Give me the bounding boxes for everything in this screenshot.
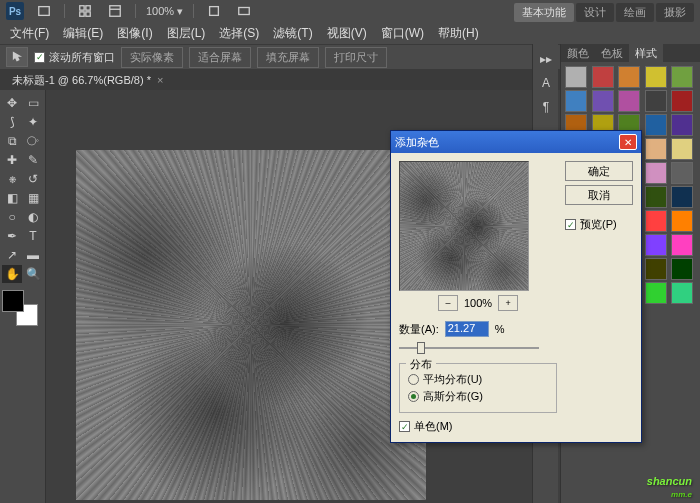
style-swatch[interactable] (565, 90, 587, 112)
scroll-all-windows-check[interactable]: ✓滚动所有窗口 (34, 50, 115, 65)
menu-edit[interactable]: 编辑(E) (57, 23, 109, 44)
crop-tool[interactable]: ⧉ (2, 132, 22, 150)
dialog-preview[interactable] (399, 161, 529, 291)
gradient-tool[interactable]: ▦ (23, 189, 43, 207)
workspace-tab[interactable]: 绘画 (616, 3, 654, 22)
marquee-tool[interactable]: ▭ (23, 94, 43, 112)
panel-tab-color[interactable]: 颜色 (561, 44, 595, 62)
style-swatch[interactable] (671, 186, 693, 208)
slider-thumb[interactable] (417, 342, 425, 354)
hand-tool[interactable]: ✋ (2, 265, 22, 283)
menu-select[interactable]: 选择(S) (213, 23, 265, 44)
style-swatch[interactable] (671, 282, 693, 304)
style-swatch[interactable] (645, 162, 667, 184)
brush-tool[interactable]: ✎ (23, 151, 43, 169)
style-swatch[interactable] (671, 114, 693, 136)
paragraph-panel-icon[interactable]: ¶ (535, 96, 557, 118)
character-panel-icon[interactable]: A (535, 72, 557, 94)
eraser-tool[interactable]: ◧ (2, 189, 22, 207)
workspace-tab[interactable]: 设计 (576, 3, 614, 22)
gaussian-radio[interactable]: 高斯分布(G) (408, 389, 548, 404)
style-swatch[interactable] (618, 90, 640, 112)
zoom-out-button[interactable]: – (438, 295, 458, 311)
pen-tool[interactable]: ✒ (2, 227, 22, 245)
amount-input[interactable]: 21.27 (445, 321, 489, 337)
style-swatch[interactable] (671, 66, 693, 88)
menu-layer[interactable]: 图层(L) (161, 23, 212, 44)
menu-window[interactable]: 窗口(W) (375, 23, 430, 44)
style-swatch[interactable] (618, 66, 640, 88)
bridge-icon[interactable] (34, 3, 54, 19)
uniform-radio[interactable]: 平均分布(U) (408, 372, 548, 387)
workspace-tab[interactable]: 摄影 (656, 3, 694, 22)
ok-button[interactable]: 确定 (565, 161, 633, 181)
style-swatch[interactable] (671, 258, 693, 280)
style-swatch[interactable] (645, 90, 667, 112)
style-swatch[interactable] (671, 210, 693, 232)
history-brush-tool[interactable]: ↺ (23, 170, 43, 188)
fit-screen-button[interactable]: 适合屏幕 (189, 47, 251, 68)
svg-rect-5 (110, 6, 121, 17)
style-swatch[interactable] (671, 138, 693, 160)
color-swatches[interactable] (2, 290, 38, 326)
monochrome-check[interactable]: ✓单色(M) (399, 419, 557, 434)
foreground-color-swatch[interactable] (2, 290, 24, 312)
lasso-tool[interactable]: ⟆ (2, 113, 22, 131)
panel-tab-styles[interactable]: 样式 (629, 44, 663, 62)
path-tool[interactable]: ↗ (2, 246, 22, 264)
wand-tool[interactable]: ✦ (23, 113, 43, 131)
fill-screen-button[interactable]: 填充屏幕 (257, 47, 319, 68)
svg-rect-8 (239, 8, 250, 15)
style-swatch[interactable] (645, 258, 667, 280)
document-tab[interactable]: 未标题-1 @ 66.7%(RGB/8) *× (4, 71, 171, 90)
menu-filter[interactable]: 滤镜(T) (267, 23, 318, 44)
dialog-close-button[interactable]: ✕ (619, 134, 637, 150)
current-tool-icon[interactable] (6, 47, 28, 67)
menu-image[interactable]: 图像(I) (111, 23, 158, 44)
doc-layout-icon[interactable] (105, 3, 125, 19)
eyedropper-tool[interactable]: ⧂ (23, 132, 43, 150)
style-swatch[interactable] (671, 162, 693, 184)
blur-tool[interactable]: ○ (2, 208, 22, 226)
style-swatch[interactable] (592, 66, 614, 88)
grid-view-icon[interactable] (75, 3, 95, 19)
close-tab-icon[interactable]: × (157, 74, 163, 86)
style-swatch[interactable] (565, 66, 587, 88)
print-size-button[interactable]: 打印尺寸 (325, 47, 387, 68)
style-swatch[interactable] (645, 234, 667, 256)
style-swatch[interactable] (645, 282, 667, 304)
menu-file[interactable]: 文件(F) (4, 23, 55, 44)
zoom-tool[interactable]: 🔍 (23, 265, 43, 283)
style-swatch[interactable] (671, 234, 693, 256)
screen-mode-icon[interactable] (234, 3, 254, 19)
heal-tool[interactable]: ✚ (2, 151, 22, 169)
preview-check[interactable]: ✓预览(P) (565, 217, 633, 232)
zoom-dropdown[interactable]: 100%▾ (146, 5, 183, 18)
move-tool[interactable]: ✥ (2, 94, 22, 112)
panel-tab-swatches[interactable]: 色板 (595, 44, 629, 62)
style-swatch[interactable] (645, 114, 667, 136)
menu-view[interactable]: 视图(V) (321, 23, 373, 44)
style-swatch[interactable] (645, 66, 667, 88)
style-swatch[interactable] (645, 186, 667, 208)
style-swatch[interactable] (592, 90, 614, 112)
dialog-titlebar[interactable]: 添加杂色 ✕ (391, 131, 641, 153)
style-swatch[interactable] (671, 90, 693, 112)
svg-rect-1 (80, 6, 84, 10)
cancel-button[interactable]: 取消 (565, 185, 633, 205)
actual-pixels-button[interactable]: 实际像素 (121, 47, 183, 68)
type-tool[interactable]: T (23, 227, 43, 245)
stamp-tool[interactable]: ⎈ (2, 170, 22, 188)
extras-icon[interactable] (204, 3, 224, 19)
shape-tool[interactable]: ▬ (23, 246, 43, 264)
zoom-in-button[interactable]: + (498, 295, 518, 311)
menu-help[interactable]: 帮助(H) (432, 23, 485, 44)
dodge-tool[interactable]: ◐ (23, 208, 43, 226)
workspace-tab[interactable]: 基本功能 (514, 3, 574, 22)
amount-slider[interactable] (399, 339, 539, 357)
document-canvas[interactable] (76, 150, 426, 500)
history-panel-icon[interactable]: ▸▸ (535, 48, 557, 70)
style-swatch[interactable] (645, 210, 667, 232)
svg-rect-2 (86, 6, 90, 10)
style-swatch[interactable] (645, 138, 667, 160)
